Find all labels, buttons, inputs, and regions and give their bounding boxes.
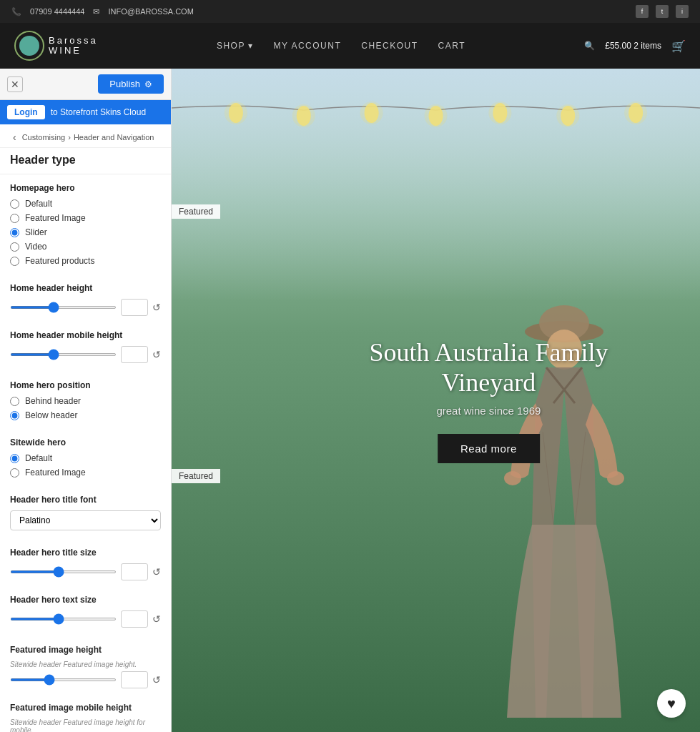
- hero-text-size-label: Header hero text size: [10, 595, 161, 605]
- nav-items: SHOP ▾ MY ACCOUNT CHECKOUT CART: [217, 41, 465, 51]
- sitewide-hero-options: Default Featured Image: [10, 453, 161, 478]
- back-button[interactable]: ‹: [10, 130, 19, 144]
- hero-subtitle: great wine since 1969: [357, 405, 621, 417]
- featured-image-height-hint: Sitewide header Featured image height.: [10, 661, 161, 668]
- nav-checkout[interactable]: CHECKOUT: [361, 41, 418, 51]
- radio-sitewide-default[interactable]: Default: [10, 453, 161, 463]
- nav-bar: Barossa WINE SHOP ▾ MY ACCOUNT CHECKOUT …: [0, 23, 700, 69]
- lights-string: [172, 97, 700, 140]
- home-header-height-section: Home header height ↺: [0, 274, 171, 322]
- font-select-row: Palatino Arial Georgia Times New Roman V…: [10, 510, 161, 530]
- breadcrumb-customising: Customising: [22, 133, 66, 142]
- login-text: to Storefront Skins Cloud: [51, 107, 146, 117]
- featured-image-height-section: Featured image height Sitewide header Fe…: [0, 636, 171, 694]
- home-header-mobile-height-label: Home header mobile height: [10, 330, 161, 340]
- svg-point-11: [488, 102, 511, 124]
- phone-icon: 📞: [11, 7, 21, 16]
- home-header-mobile-height-value[interactable]: [121, 346, 148, 363]
- featured-image-height-row: ↺: [10, 671, 161, 688]
- svg-point-8: [292, 104, 315, 127]
- featured-image-mobile-height-hint: Sitewide header Featured image height fo…: [10, 718, 161, 732]
- sidebar-breadcrumb: ‹ Customising › Header and Navigation: [0, 124, 171, 148]
- site-logo[interactable]: Barossa WINE: [14, 31, 98, 61]
- instagram-icon[interactable]: i: [676, 5, 689, 18]
- home-hero-position-section: Home hero position Behind header Below h…: [0, 372, 171, 426]
- home-header-mobile-height-slider[interactable]: [10, 353, 117, 356]
- home-header-mobile-height-section: Home header mobile height ↺: [0, 322, 171, 369]
- featured-image-height-slider[interactable]: [10, 678, 117, 681]
- read-more-button[interactable]: Read more: [438, 434, 540, 463]
- svg-point-17: [504, 471, 521, 485]
- chevron-down-icon: ▾: [248, 41, 254, 51]
- home-hero-position-options: Behind header Below header: [10, 396, 161, 420]
- nav-shop[interactable]: SHOP ▾: [217, 41, 254, 51]
- featured-image-height-reset[interactable]: ↺: [152, 674, 161, 686]
- sidebar: ✕ Publish ⚙ Login to Storefront Skins Cl…: [0, 69, 172, 732]
- radio-featured-image[interactable]: Featured Image: [10, 213, 161, 223]
- home-header-mobile-height-reset[interactable]: ↺: [152, 349, 161, 360]
- svg-point-12: [556, 104, 579, 127]
- featured-image-height-label: Featured image height: [10, 645, 161, 655]
- nav-my-account[interactable]: MY ACCOUNT: [273, 41, 341, 51]
- hero-text-size-slider[interactable]: [10, 618, 117, 620]
- svg-point-9: [360, 102, 383, 124]
- hero-title-size-slider[interactable]: [10, 570, 117, 573]
- top-bar: 📞 07909 4444444 ✉ INFO@BAROSSA.COM f t i: [0, 0, 700, 23]
- heart-button[interactable]: ♥: [657, 689, 686, 718]
- featured-image-height-value[interactable]: [121, 671, 148, 688]
- logo-inner: [19, 36, 39, 56]
- main-content: Featured Featured South Australia Family…: [172, 69, 700, 732]
- email-address: INFO@BAROSSA.COM: [108, 7, 193, 16]
- search-icon[interactable]: 🔍: [584, 41, 595, 51]
- radio-sitewide-featured[interactable]: Featured Image: [10, 468, 161, 478]
- sitewide-hero-label: Sitewide hero: [10, 437, 161, 447]
- cart-price: £55.00 2 items: [605, 41, 661, 51]
- home-header-height-reset[interactable]: ↺: [152, 302, 161, 313]
- home-header-mobile-height-row: ↺: [10, 346, 161, 363]
- radio-below-header[interactable]: Below header: [10, 410, 161, 420]
- font-selector[interactable]: Palatino Arial Georgia Times New Roman V…: [10, 510, 161, 530]
- hero-text-size-value[interactable]: [121, 610, 148, 628]
- homepage-hero-section: Homepage hero Default Featured Image Sli…: [0, 174, 171, 272]
- twitter-icon[interactable]: t: [656, 5, 669, 18]
- hero-overlay: South Australia Family Vineyard great wi…: [357, 337, 621, 463]
- home-header-height-slider[interactable]: [10, 306, 117, 309]
- top-bar-contact: 📞 07909 4444444 ✉ INFO@BAROSSA.COM: [11, 7, 194, 16]
- radio-behind-header[interactable]: Behind header: [10, 396, 161, 406]
- sidebar-page-title: Header type: [0, 148, 171, 174]
- facebook-icon[interactable]: f: [636, 5, 649, 18]
- hero-title-size-section: Header hero title size ↺: [0, 539, 171, 586]
- radio-default[interactable]: Default: [10, 199, 161, 209]
- homepage-hero-title: Homepage hero: [10, 183, 161, 193]
- logo-circle: [14, 31, 44, 61]
- top-bar-social: f t i: [636, 5, 689, 18]
- radio-featured-products[interactable]: Featured products: [10, 256, 161, 266]
- email-icon: ✉: [93, 7, 99, 16]
- sitewide-hero-section: Sitewide hero Default Featured Image: [0, 429, 171, 483]
- homepage-hero-options: Default Featured Image Slider Video Feat…: [10, 199, 161, 266]
- hero-text-size-row: ↺: [10, 610, 161, 628]
- nav-right: 🔍 £55.00 2 items 🛒: [584, 39, 686, 53]
- login-button[interactable]: Login: [7, 105, 45, 119]
- radio-slider[interactable]: Slider: [10, 227, 161, 237]
- featured-image-mobile-height-label: Featured image mobile height: [10, 703, 161, 713]
- svg-point-18: [607, 471, 624, 485]
- hero-title-size-row: ↺: [10, 563, 161, 580]
- featured-badge-bottom: Featured: [172, 469, 220, 483]
- featured-image-mobile-height-section: Featured image mobile height Sitewide he…: [0, 694, 171, 732]
- svg-point-13: [624, 102, 647, 124]
- cart-icon[interactable]: 🛒: [671, 39, 686, 53]
- hero-title-size-value[interactable]: [121, 563, 148, 580]
- nav-cart[interactable]: CART: [438, 41, 465, 51]
- home-header-height-value[interactable]: [121, 299, 148, 316]
- sidebar-toolbar: ✕ Publish ⚙: [0, 69, 171, 100]
- hero-text-size-reset[interactable]: ↺: [152, 613, 161, 625]
- radio-video[interactable]: Video: [10, 242, 161, 252]
- hero-title-size-reset[interactable]: ↺: [152, 566, 161, 578]
- publish-button[interactable]: Publish ⚙: [98, 74, 164, 94]
- close-button[interactable]: ✕: [7, 76, 23, 92]
- breadcrumb-section: Header and Navigation: [74, 133, 154, 142]
- featured-badge-top: Featured: [172, 204, 220, 219]
- hero-title-font-section: Header hero title font Palatino Arial Ge…: [0, 486, 171, 536]
- hero-title-size-label: Header hero title size: [10, 548, 161, 558]
